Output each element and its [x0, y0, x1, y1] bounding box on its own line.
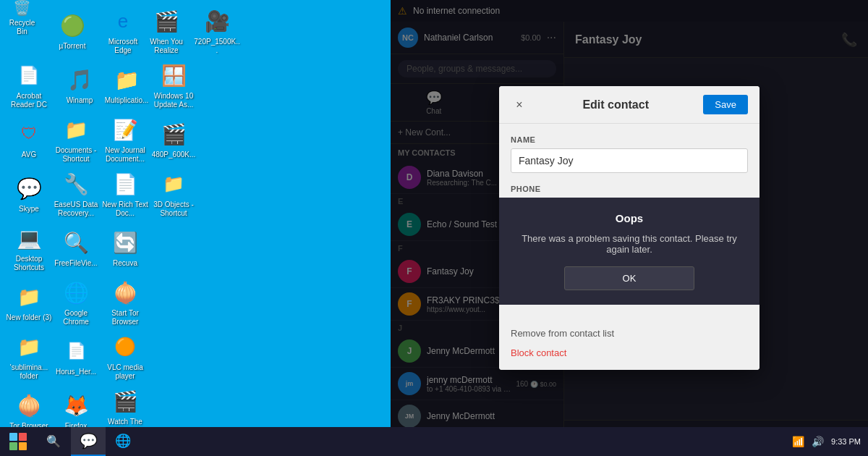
taskbar-skype[interactable]: 💬: [71, 427, 106, 456]
phone-field-label: PHONE: [511, 185, 748, 193]
taskbar-search[interactable]: 🔍: [36, 427, 71, 456]
desktop-icon-start-tor[interactable]: 🧅 Start Tor Browser: [100, 275, 150, 329]
taskbar-chrome[interactable]: 🌐: [106, 427, 140, 456]
desktop-icon-skype[interactable]: 💬 Skype: [4, 166, 54, 221]
desktop-icon-vlc[interactable]: 🟠 VLC media player: [100, 329, 150, 384]
desktop-icon-new-folder[interactable]: 📁 New folder (3): [4, 275, 54, 329]
remove-contact-button[interactable]: Remove from contact list: [511, 328, 748, 339]
edit-contact-modal: × Edit contact Save NAME PHONE Oops Th: [499, 86, 760, 370]
skype-panel: ⚠ No internet connection NC Nathaniel Ca…: [391, 0, 868, 456]
search-icon: 🔍: [46, 434, 61, 448]
modal-close-button[interactable]: ×: [511, 96, 528, 114]
desktop-icon-3d-objects[interactable]: 📁 3D Objects - Shortcut: [148, 166, 199, 221]
desktop-icon-freefileview[interactable]: 🔍 FreeFileVie...: [51, 221, 101, 275]
skype-taskbar-icon: 💬: [80, 432, 98, 449]
modal-header: × Edit contact Save: [499, 86, 760, 124]
windows-logo-icon: [9, 433, 27, 450]
start-button[interactable]: [0, 427, 36, 456]
desktop-icon-acrobat[interactable]: 📄 Acrobat Reader DC: [4, 58, 54, 112]
error-title: Oops: [616, 212, 643, 224]
network-icon: 📶: [792, 436, 804, 447]
desktop-icon-720p[interactable]: 🎥 720P_1500K...: [192, 4, 242, 58]
desktop-icon-multiplicatio[interactable]: 📁 Multiplicatio...: [101, 58, 152, 112]
name-field-label: NAME: [511, 135, 748, 144]
error-ok-button[interactable]: OK: [564, 266, 695, 290]
name-field-input[interactable]: [511, 148, 748, 173]
desktop-icon-subliminal-folder[interactable]: 📁 'sublimina... folder: [4, 329, 54, 384]
desktop-icon-documents[interactable]: 📁 Documents - Shortcut: [51, 112, 101, 166]
modal-overlay: × Edit contact Save NAME PHONE Oops Th: [391, 0, 868, 456]
desktop-icon-rich-text[interactable]: 📄 New Rich Text Doc...: [100, 166, 150, 221]
desktop: 🗑️ Recycle Bin 🟢 µTorrent e Microsoft Ed…: [0, 0, 868, 456]
desktop-icon-easeus[interactable]: 🔧 EaseUS Data Recovery...: [51, 166, 101, 221]
desktop-icon-recuva[interactable]: 🔄 Recuva: [100, 221, 150, 275]
taskbar: 🔍 💬 🌐 📶 🔊 9:33 PM: [0, 427, 868, 456]
recycle-bin-icon[interactable]: 🗑️ Recycle Bin: [1, 1, 43, 33]
error-message: There was a problem saving this contact.…: [511, 233, 748, 255]
taskbar-right: 📶 🔊 9:33 PM: [792, 436, 868, 447]
modal-footer: Remove from contact list Block contact: [499, 316, 760, 370]
modal-body: NAME PHONE Oops There was a problem savi…: [499, 124, 760, 316]
desktop-icon-winamp[interactable]: 🎵 Winamp: [54, 58, 105, 112]
desktop-icon-480p[interactable]: 🎬 480P_600K...: [148, 112, 199, 166]
volume-icon: 🔊: [812, 436, 824, 447]
taskbar-clock: 9:33 PM: [831, 437, 861, 446]
modal-save-button[interactable]: Save: [703, 95, 748, 114]
desktop-icon-horus[interactable]: 📄 Horus_Her...: [51, 329, 101, 384]
desktop-icon-new-journal[interactable]: 📝 New Journal Document...: [100, 112, 150, 166]
desktop-icon-chrome[interactable]: 🌐 Google Chrome: [51, 275, 101, 329]
modal-title: Edit contact: [528, 98, 703, 111]
desktop-icon-desktop-shortcuts[interactable]: 💻 Desktop Shortcuts: [4, 221, 54, 275]
desktop-icon-grid: 🗑️ Recycle Bin 🟢 µTorrent e Microsoft Ed…: [0, 0, 166, 427]
desktop-icon-avg[interactable]: 🛡 AVG: [4, 112, 54, 166]
taskbar-apps: 🔍 💬 🌐: [36, 427, 792, 456]
desktop-icon-when-you-realize[interactable]: 🎬 When You Realize: [141, 4, 192, 58]
block-contact-button[interactable]: Block contact: [511, 347, 748, 358]
desktop-icon-utorrent[interactable]: 🟢 µTorrent: [47, 4, 98, 58]
error-dialog: Oops There was a problem saving this con…: [499, 198, 760, 305]
recycle-bin-label: Recycle Bin: [4, 19, 41, 36]
desktop-icon-win10-update[interactable]: 🪟 Windows 10 Update As...: [148, 58, 199, 112]
chrome-taskbar-icon: 🌐: [115, 433, 131, 449]
